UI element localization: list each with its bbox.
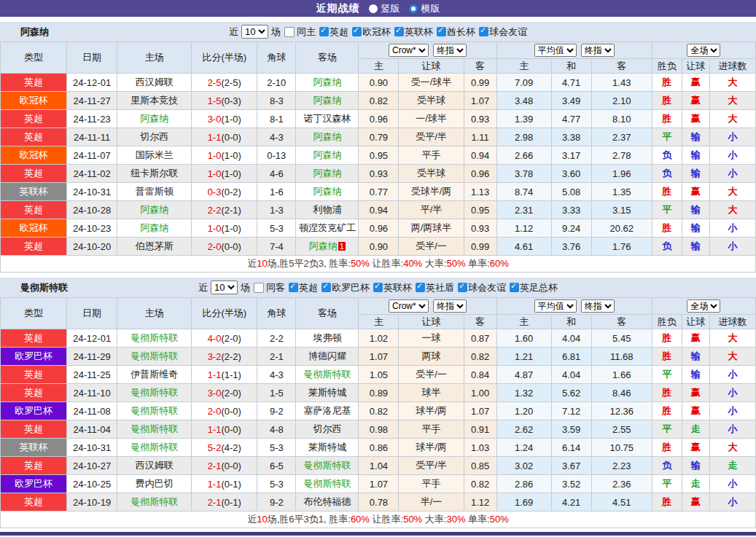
- summary-text: 近10场,胜5平2负3, 胜率:50% 让胜率:40% 大率:50% 单率:60…: [1, 256, 756, 273]
- league-checkbox[interactable]: [319, 27, 329, 36]
- column-header: 胜负: [652, 59, 682, 74]
- summary-part: 大率:: [422, 514, 446, 525]
- handicap: 受平/半: [399, 457, 464, 475]
- verdict-result: 胜: [652, 110, 682, 128]
- verdict-goals: 小: [709, 146, 755, 165]
- sections-container: 阿森纳近10场同主英超欧冠杯英联杯酋长杯球会友谊类型日期主场比分(半场)角球客场…: [0, 22, 756, 528]
- verdict-goals: 大: [709, 110, 755, 128]
- avg-away: 11.68: [591, 348, 652, 366]
- verdict-handicap: 赢: [682, 493, 709, 511]
- scope-select[interactable]: 全场: [687, 44, 720, 57]
- odds-home: 1.05: [359, 366, 399, 384]
- corners: 7-4: [257, 238, 296, 256]
- halftime-score: (2-1): [221, 205, 241, 216]
- avg-home: 1.21: [496, 348, 551, 366]
- filter-bar: 阿森纳近10场同主英超欧冠杯英联杯酋长杯球会友谊: [0, 22, 756, 42]
- home-team: 曼彻斯特联: [117, 493, 192, 511]
- match-row: 英超24-11-11切尔西1-1(0-0)4-3阿森纳0.79受平/半1.112…: [1, 128, 756, 146]
- avg-draw: 4.21: [551, 493, 591, 511]
- match-date: 24-11-27: [67, 92, 117, 110]
- odds-company-select[interactable]: Crow*: [389, 44, 429, 57]
- odds-home: 0.82: [359, 402, 399, 420]
- avg-final-select[interactable]: 终指: [581, 44, 615, 57]
- team-label: 阿森纳: [313, 131, 341, 142]
- odds-final-select[interactable]: 终指: [433, 299, 467, 313]
- match-type-badge: 欧冠杯: [1, 92, 67, 110]
- corners: 1-3: [257, 201, 296, 219]
- odds-company-select[interactable]: Crow*: [389, 299, 429, 313]
- same-venue-checkbox[interactable]: [254, 283, 264, 293]
- match-type-badge: 英超: [1, 110, 67, 128]
- verdict-result: 胜: [652, 348, 682, 366]
- team-name: 曼彻斯特联: [20, 281, 68, 294]
- column-header: 进球数: [709, 59, 755, 74]
- league-checkbox[interactable]: [437, 27, 446, 36]
- corners: 2-1: [257, 348, 296, 366]
- page-title: 近期战绩: [316, 2, 360, 15]
- verdict-handicap: 走: [682, 420, 709, 439]
- verdict-result: 平: [652, 201, 682, 219]
- avg-select[interactable]: 平均值: [534, 44, 577, 57]
- column-header: 让球: [399, 59, 464, 74]
- home-team: 曼彻斯特联: [117, 439, 192, 457]
- team-label: 切尔西: [140, 131, 168, 142]
- league-checkbox[interactable]: [289, 283, 298, 292]
- league-label: 欧罗巴杯: [332, 281, 370, 294]
- odds-away: 0.82: [464, 475, 496, 493]
- odds-home: 1.07: [359, 348, 399, 366]
- odds-home: 1.02: [359, 329, 399, 348]
- recent-games-select[interactable]: 10: [211, 281, 238, 294]
- league-checkbox[interactable]: [416, 283, 425, 292]
- match-row: 英超24-11-02纽卡斯尔联1-0(1-0)4-6阿森纳0.93受半球0.96…: [1, 165, 756, 183]
- odds-away: 0.93: [464, 110, 496, 128]
- verdict-goals: 小: [709, 475, 755, 493]
- league-checkbox[interactable]: [458, 283, 467, 292]
- match-type-badge: 欧罗巴杯: [1, 402, 67, 420]
- away-team: 阿森纳: [296, 146, 359, 165]
- verdict-handicap: 赢: [682, 384, 709, 402]
- odds-final-select[interactable]: 终指: [433, 44, 467, 57]
- team-label: 阿森纳: [140, 113, 168, 124]
- league-checkbox[interactable]: [373, 283, 383, 292]
- team-label: 阿森纳: [313, 149, 341, 160]
- layout-radio-horizontal[interactable]: 横版: [409, 2, 440, 15]
- halftime-score: (1-1): [221, 369, 241, 380]
- recent-games-select[interactable]: 10: [241, 25, 268, 39]
- away-team: 曼彻斯特联: [296, 366, 359, 384]
- handicap: 半/一: [399, 493, 464, 511]
- score: 2-0(0-0): [192, 238, 257, 256]
- team-label: 西汉姆联: [136, 77, 174, 87]
- avg-draw: 6.14: [551, 439, 591, 457]
- layout-radio-vertical[interactable]: 竖版: [369, 2, 400, 15]
- summary-part: 10: [257, 258, 267, 269]
- team-label: 莱斯特城: [308, 442, 346, 452]
- score: 5-2(4-2): [192, 439, 257, 457]
- scope-select[interactable]: 全场: [687, 299, 720, 313]
- matches-table: 类型日期主场比分(半场)角球客场Crow*终指平均值终指全场主让球客主和客胜负让…: [0, 297, 756, 528]
- avg-away: 20.62: [591, 219, 652, 238]
- halftime-score: (0-0): [221, 460, 241, 471]
- match-type-badge: 英超: [1, 457, 67, 475]
- score: 1-5(0-3): [192, 92, 257, 110]
- score: 1-1(0-1): [192, 475, 257, 493]
- same-venue-checkbox[interactable]: [284, 27, 295, 37]
- league-checkbox[interactable]: [394, 27, 404, 36]
- league-label: 英超: [330, 26, 348, 39]
- league-checkbox[interactable]: [322, 283, 331, 292]
- odds-away: 0.85: [464, 457, 496, 475]
- avg-final-select[interactable]: 终指: [581, 299, 615, 313]
- league-checkbox[interactable]: [479, 27, 488, 36]
- verdict-result: 负: [652, 457, 682, 475]
- avg-away: 1.43: [591, 74, 652, 92]
- odds-home: 0.78: [359, 493, 399, 511]
- league-checkbox[interactable]: [352, 27, 362, 36]
- verdict-goals: 小: [709, 420, 755, 439]
- same-venue-label: 同客: [266, 281, 285, 294]
- verdict-goals: 大: [709, 201, 755, 219]
- league-checkbox[interactable]: [510, 283, 519, 292]
- verdict-goals: 大: [709, 329, 755, 348]
- fulltime-score: 4-0: [208, 333, 222, 344]
- handicap: 受半球: [399, 92, 464, 110]
- odds-home: 0.86: [359, 439, 399, 457]
- avg-select[interactable]: 平均值: [534, 299, 577, 313]
